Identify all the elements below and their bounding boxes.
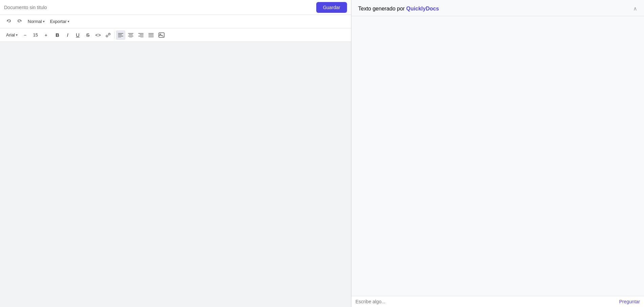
right-panel-body — [351, 16, 644, 296]
editor-panel: Guardar Normal ▾ Exportar ▾ Arial — [0, 0, 351, 307]
editor-content-area[interactable] — [0, 42, 351, 307]
export-chevron-icon: ▾ — [68, 20, 69, 23]
format-toolbar-2: Arial ▾ − 15 + B I U S <> — [0, 28, 351, 42]
export-label: Exportar — [50, 19, 67, 24]
decrease-font-button[interactable]: − — [20, 30, 30, 40]
chat-input-area: Preguntar — [351, 296, 644, 307]
collapse-icon: ∧ — [633, 6, 637, 11]
style-dropdown[interactable]: Normal ▾ — [26, 18, 47, 25]
undo-button[interactable] — [4, 17, 14, 26]
chat-input[interactable] — [355, 299, 617, 304]
style-label: Normal — [28, 19, 42, 24]
collapse-button[interactable]: ∧ — [633, 5, 637, 12]
right-panel: Texto generado por QuicklyDocs ∧ Pregunt… — [351, 0, 644, 307]
align-left-button[interactable] — [116, 30, 125, 40]
ask-button[interactable]: Preguntar — [619, 299, 640, 304]
increase-font-button[interactable]: + — [41, 30, 51, 40]
italic-button[interactable]: I — [63, 30, 72, 40]
font-size-control: − 15 + — [20, 30, 51, 40]
link-button[interactable] — [103, 30, 113, 40]
right-panel-title: Texto generado por QuicklyDocs — [358, 6, 439, 12]
bold-button[interactable]: B — [53, 30, 62, 40]
insert-image-button[interactable] — [156, 30, 167, 40]
export-dropdown[interactable]: Exportar ▾ — [48, 18, 71, 25]
redo-button[interactable] — [15, 17, 24, 26]
justify-button[interactable] — [146, 30, 156, 40]
right-panel-header: Texto generado por QuicklyDocs ∧ — [351, 0, 644, 16]
align-center-button[interactable] — [126, 30, 135, 40]
save-button[interactable]: Guardar — [316, 2, 347, 13]
title-bar: Guardar — [0, 0, 351, 15]
title-text: Texto generado por — [358, 6, 406, 11]
style-chevron-icon: ▾ — [43, 20, 45, 23]
document-title-input[interactable] — [4, 5, 316, 10]
strikethrough-button[interactable]: S — [83, 30, 93, 40]
font-size-value: 15 — [30, 32, 41, 37]
font-label: Arial — [6, 32, 15, 37]
align-right-button[interactable] — [136, 30, 146, 40]
code-button[interactable]: <> — [93, 30, 103, 40]
format-toolbar-1: Normal ▾ Exportar ▾ — [0, 15, 351, 28]
toolbar-separator — [114, 32, 115, 38]
font-dropdown[interactable]: Arial ▾ — [4, 31, 20, 38]
quicklydocs-link[interactable]: QuicklyDocs — [406, 6, 439, 11]
underline-button[interactable]: U — [73, 30, 82, 40]
font-chevron-icon: ▾ — [16, 33, 18, 37]
